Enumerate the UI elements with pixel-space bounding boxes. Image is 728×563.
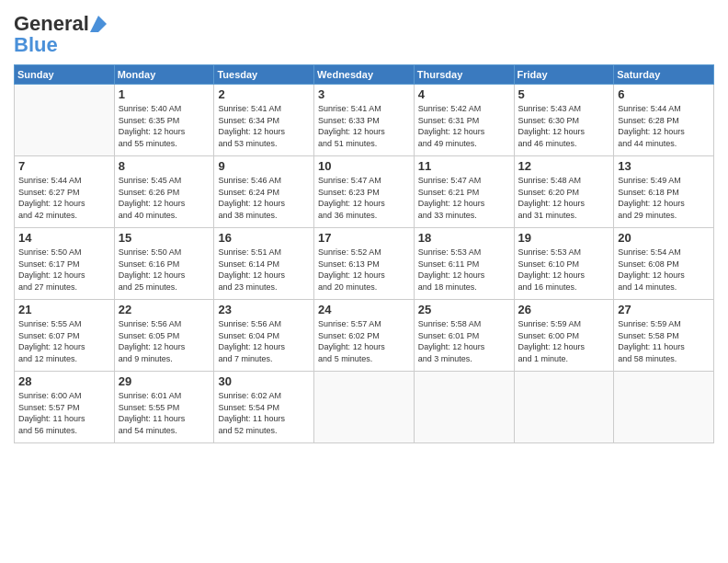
day-info: Sunrise: 5:44 AMSunset: 6:28 PMDaylight:… bbox=[618, 103, 710, 149]
day-number: 2 bbox=[218, 87, 310, 101]
day-number: 12 bbox=[518, 159, 610, 173]
logo: General Blue bbox=[14, 13, 107, 57]
day-info: Sunrise: 5:43 AMSunset: 6:30 PMDaylight:… bbox=[518, 103, 610, 149]
day-info: Sunrise: 5:55 AMSunset: 6:07 PMDaylight:… bbox=[18, 318, 110, 364]
day-number: 1 bbox=[119, 87, 210, 101]
logo-text-general: General bbox=[14, 13, 89, 35]
calendar-cell: 15Sunrise: 5:50 AMSunset: 6:16 PMDayligh… bbox=[114, 228, 214, 300]
day-info: Sunrise: 5:47 AMSunset: 6:21 PMDaylight:… bbox=[418, 175, 510, 221]
calendar-cell: 11Sunrise: 5:47 AMSunset: 6:21 PMDayligh… bbox=[414, 156, 514, 228]
calendar-cell: 23Sunrise: 5:56 AMSunset: 6:04 PMDayligh… bbox=[214, 300, 314, 372]
day-info: Sunrise: 6:01 AMSunset: 5:55 PMDaylight:… bbox=[119, 390, 210, 436]
day-info: Sunrise: 5:41 AMSunset: 6:33 PMDaylight:… bbox=[318, 103, 410, 149]
header-cell-wednesday: Wednesday bbox=[314, 65, 415, 85]
calendar-cell: 8Sunrise: 5:45 AMSunset: 6:26 PMDaylight… bbox=[114, 156, 214, 228]
day-number: 29 bbox=[119, 374, 210, 388]
calendar-cell: 3Sunrise: 5:41 AMSunset: 6:33 PMDaylight… bbox=[314, 85, 415, 156]
day-number: 14 bbox=[18, 231, 110, 245]
calendar-cell bbox=[514, 372, 614, 443]
day-number: 15 bbox=[119, 231, 210, 245]
day-number: 6 bbox=[618, 87, 710, 101]
day-number: 8 bbox=[119, 159, 210, 173]
calendar-cell: 1Sunrise: 5:40 AMSunset: 6:35 PMDaylight… bbox=[114, 85, 214, 156]
calendar-body: 1Sunrise: 5:40 AMSunset: 6:35 PMDaylight… bbox=[15, 85, 714, 443]
calendar-cell: 21Sunrise: 5:55 AMSunset: 6:07 PMDayligh… bbox=[15, 300, 115, 372]
calendar-cell: 30Sunrise: 6:02 AMSunset: 5:54 PMDayligh… bbox=[214, 372, 314, 443]
calendar-cell: 26Sunrise: 5:59 AMSunset: 6:00 PMDayligh… bbox=[514, 300, 614, 372]
week-row-3: 21Sunrise: 5:55 AMSunset: 6:07 PMDayligh… bbox=[15, 300, 714, 372]
day-info: Sunrise: 5:57 AMSunset: 6:02 PMDaylight:… bbox=[318, 318, 410, 364]
header: General Blue bbox=[14, 9, 714, 57]
day-number: 20 bbox=[618, 231, 710, 245]
day-number: 18 bbox=[418, 231, 510, 245]
header-cell-tuesday: Tuesday bbox=[214, 65, 314, 85]
day-info: Sunrise: 5:47 AMSunset: 6:23 PMDaylight:… bbox=[318, 175, 410, 221]
calendar-cell: 10Sunrise: 5:47 AMSunset: 6:23 PMDayligh… bbox=[314, 156, 415, 228]
week-row-4: 28Sunrise: 6:00 AMSunset: 5:57 PMDayligh… bbox=[15, 372, 714, 443]
day-number: 17 bbox=[318, 231, 410, 245]
day-info: Sunrise: 5:40 AMSunset: 6:35 PMDaylight:… bbox=[119, 103, 210, 149]
calendar-cell: 22Sunrise: 5:56 AMSunset: 6:05 PMDayligh… bbox=[114, 300, 214, 372]
day-info: Sunrise: 5:59 AMSunset: 5:58 PMDaylight:… bbox=[618, 318, 710, 364]
calendar-cell: 20Sunrise: 5:54 AMSunset: 6:08 PMDayligh… bbox=[614, 228, 714, 300]
day-info: Sunrise: 5:58 AMSunset: 6:01 PMDaylight:… bbox=[418, 318, 510, 364]
day-number: 3 bbox=[318, 87, 410, 101]
day-number: 4 bbox=[418, 87, 510, 101]
calendar-cell bbox=[314, 372, 415, 443]
page: General Blue SundayMondayTuesdayWednesda… bbox=[0, 0, 728, 563]
calendar-cell: 18Sunrise: 5:53 AMSunset: 6:11 PMDayligh… bbox=[414, 228, 514, 300]
day-info: Sunrise: 5:52 AMSunset: 6:13 PMDaylight:… bbox=[318, 247, 410, 293]
header-cell-thursday: Thursday bbox=[414, 65, 514, 85]
logo-icon bbox=[90, 16, 107, 32]
calendar-table: SundayMondayTuesdayWednesdayThursdayFrid… bbox=[14, 64, 714, 443]
calendar-header-row: SundayMondayTuesdayWednesdayThursdayFrid… bbox=[15, 65, 714, 85]
week-row-0: 1Sunrise: 5:40 AMSunset: 6:35 PMDaylight… bbox=[15, 85, 714, 156]
calendar-cell: 17Sunrise: 5:52 AMSunset: 6:13 PMDayligh… bbox=[314, 228, 415, 300]
header-cell-sunday: Sunday bbox=[15, 65, 115, 85]
calendar-cell: 25Sunrise: 5:58 AMSunset: 6:01 PMDayligh… bbox=[414, 300, 514, 372]
calendar-cell: 9Sunrise: 5:46 AMSunset: 6:24 PMDaylight… bbox=[214, 156, 314, 228]
day-info: Sunrise: 5:53 AMSunset: 6:11 PMDaylight:… bbox=[418, 247, 510, 293]
day-info: Sunrise: 5:54 AMSunset: 6:08 PMDaylight:… bbox=[618, 247, 710, 293]
day-number: 13 bbox=[618, 159, 710, 173]
day-info: Sunrise: 5:51 AMSunset: 6:14 PMDaylight:… bbox=[218, 247, 310, 293]
day-number: 16 bbox=[218, 231, 310, 245]
day-number: 7 bbox=[18, 159, 110, 173]
calendar-cell: 14Sunrise: 5:50 AMSunset: 6:17 PMDayligh… bbox=[15, 228, 115, 300]
calendar-cell: 16Sunrise: 5:51 AMSunset: 6:14 PMDayligh… bbox=[214, 228, 314, 300]
day-number: 5 bbox=[518, 87, 610, 101]
calendar-cell: 13Sunrise: 5:49 AMSunset: 6:18 PMDayligh… bbox=[614, 156, 714, 228]
day-number: 30 bbox=[218, 374, 310, 388]
day-number: 19 bbox=[518, 231, 610, 245]
day-number: 21 bbox=[18, 303, 110, 316]
calendar-cell: 29Sunrise: 6:01 AMSunset: 5:55 PMDayligh… bbox=[114, 372, 214, 443]
day-info: Sunrise: 5:49 AMSunset: 6:18 PMDaylight:… bbox=[618, 175, 710, 221]
header-cell-friday: Friday bbox=[514, 65, 614, 85]
svg-marker-0 bbox=[90, 16, 107, 32]
day-info: Sunrise: 5:46 AMSunset: 6:24 PMDaylight:… bbox=[218, 175, 310, 221]
day-number: 10 bbox=[318, 159, 410, 173]
day-info: Sunrise: 5:53 AMSunset: 6:10 PMDaylight:… bbox=[518, 247, 610, 293]
calendar-cell: 27Sunrise: 5:59 AMSunset: 5:58 PMDayligh… bbox=[614, 300, 714, 372]
day-info: Sunrise: 5:48 AMSunset: 6:20 PMDaylight:… bbox=[518, 175, 610, 221]
day-info: Sunrise: 5:56 AMSunset: 6:05 PMDaylight:… bbox=[119, 318, 210, 364]
day-number: 9 bbox=[218, 159, 310, 173]
calendar-cell: 5Sunrise: 5:43 AMSunset: 6:30 PMDaylight… bbox=[514, 85, 614, 156]
day-number: 23 bbox=[218, 303, 310, 316]
calendar-cell: 28Sunrise: 6:00 AMSunset: 5:57 PMDayligh… bbox=[15, 372, 115, 443]
day-number: 26 bbox=[518, 303, 610, 316]
calendar-cell bbox=[15, 85, 115, 156]
day-number: 27 bbox=[618, 303, 710, 316]
header-cell-monday: Monday bbox=[114, 65, 214, 85]
day-info: Sunrise: 5:50 AMSunset: 6:17 PMDaylight:… bbox=[18, 247, 110, 293]
day-info: Sunrise: 6:02 AMSunset: 5:54 PMDaylight:… bbox=[218, 390, 310, 436]
day-number: 28 bbox=[18, 374, 110, 388]
calendar-cell: 6Sunrise: 5:44 AMSunset: 6:28 PMDaylight… bbox=[614, 85, 714, 156]
day-info: Sunrise: 5:56 AMSunset: 6:04 PMDaylight:… bbox=[218, 318, 310, 364]
day-info: Sunrise: 5:45 AMSunset: 6:26 PMDaylight:… bbox=[119, 175, 210, 221]
calendar-cell: 4Sunrise: 5:42 AMSunset: 6:31 PMDaylight… bbox=[414, 85, 514, 156]
calendar-cell bbox=[414, 372, 514, 443]
calendar-cell bbox=[614, 372, 714, 443]
calendar-cell: 24Sunrise: 5:57 AMSunset: 6:02 PMDayligh… bbox=[314, 300, 415, 372]
day-info: Sunrise: 5:44 AMSunset: 6:27 PMDaylight:… bbox=[18, 175, 110, 221]
